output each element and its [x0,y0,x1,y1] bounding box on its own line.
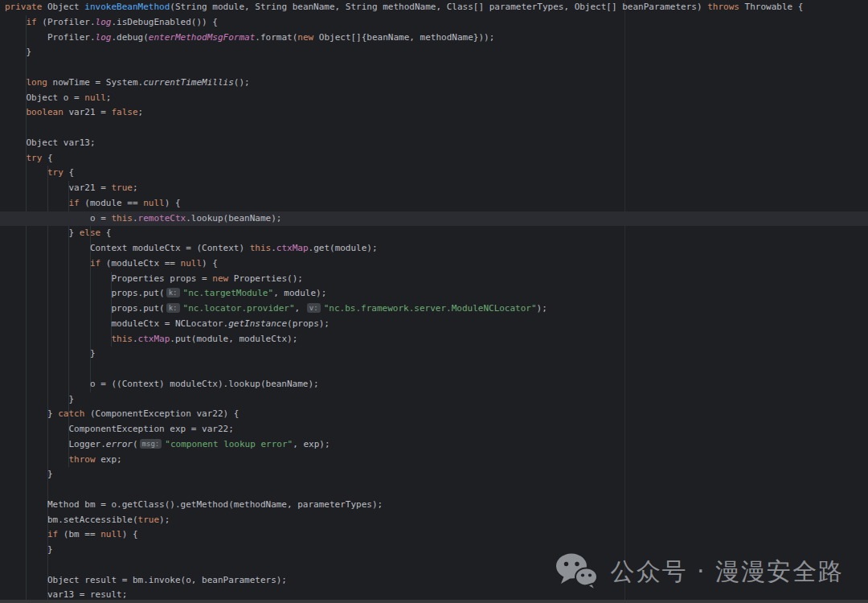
code-token: Throwable { [739,2,803,12]
code-line[interactable]: Profiler.log.debug(enterMethodMsgFormat.… [0,31,868,46]
code-token: Object [42,2,84,12]
code-token: log [96,17,112,27]
code-token: } [5,394,74,404]
code-token: Properties props = [5,273,212,284]
inlay-hint[interactable]: v: [307,303,321,313]
code-token: try [47,167,63,178]
code-token: bm.setAccessible( [5,515,138,525]
code-token: ComponentException exp = var22; [5,424,234,434]
code-line[interactable]: moduleCtx = NCLocator.getInstance(props)… [0,317,868,332]
code-token: try [27,153,43,163]
code-token: { [63,167,74,178]
code-token: ) { [122,529,138,539]
code-line[interactable]: props.put(k:"nc.targetModule", module); [0,286,868,302]
code-line[interactable]: } catch (ComponentException var22) { [0,407,868,422]
code-line[interactable]: } [0,347,868,362]
code-token: new [297,32,313,43]
code-editor[interactable]: private Object invokeBeanMethod(String m… [0,0,868,603]
code-line[interactable]: this.ctxMap.put(module, moduleCtx); [0,332,868,347]
code-token: .debug( [111,32,148,43]
bottom-divider [0,600,868,603]
code-line[interactable]: o = ((Context) moduleCtx).lookup(beanNam… [0,377,868,392]
code-line[interactable]: if (Profiler.log.isDebugEnabled()) { [0,15,868,31]
code-token: private [5,2,42,12]
code-token: props.put( [5,303,165,314]
wechat-icon [555,552,599,591]
inlay-hint[interactable]: k: [166,303,180,313]
code-token: throw [68,454,95,465]
code-line[interactable]: private Object invokeBeanMethod(String m… [0,0,868,15]
code-line[interactable]: var21 = true; [0,181,868,196]
code-token: enterMethodMsgFormat [149,32,255,43]
code-line[interactable]: Logger.error(msg:"component lookup error… [0,437,868,453]
code-token: var21 = [5,183,111,193]
code-token: this [250,243,272,253]
code-line[interactable]: Context moduleCtx = (Context) this.ctxMa… [0,241,868,256]
code-token: o = ((Context) moduleCtx).lookup(beanNam… [5,379,319,389]
code-token: } [5,348,96,359]
code-line[interactable]: } else { [0,226,868,241]
code-token: { [42,153,52,163]
code-token: , exp); [293,439,330,449]
code-line[interactable]: if (moduleCtx == null) { [0,256,868,272]
code-token: (props); [287,318,330,329]
code-token [5,107,27,117]
code-token: "nc.bs.framework.server.ModuleNCLocator" [324,303,537,314]
code-line[interactable]: try { [0,166,868,181]
code-line[interactable]: Object o = null; [0,91,868,106]
code-token [5,198,68,208]
code-line[interactable]: ComponentException exp = var22; [0,422,868,437]
code-token: true [138,515,160,525]
code-token: props.put( [5,288,165,298]
code-token: Object[]{beanName, methodName})); [313,32,494,43]
code-line[interactable] [0,362,868,377]
code-line[interactable]: Properties props = new Properties(); [0,272,868,287]
code-token: invokeBeanMethod [84,2,170,12]
code-token: .get(module); [309,243,378,253]
code-line[interactable]: boolean var21 = false; [0,105,868,121]
code-line[interactable]: } [0,45,868,60]
inlay-hint[interactable]: k: [166,288,180,297]
code-token: error [106,439,133,449]
code-token: ; [138,107,144,117]
code-line[interactable] [0,482,868,498]
code-token: if [27,17,37,27]
code-line[interactable]: try { [0,151,868,166]
code-line[interactable]: } [0,467,868,482]
code-token: Object o = [5,92,84,103]
code-token: true [111,183,133,193]
code-line[interactable]: if (module == null) { [0,196,868,211]
code-token: } [5,469,53,479]
code-line[interactable]: long nowTime = System.currentTimeMillis(… [0,76,868,91]
code-token: null [143,198,165,208]
code-line[interactable]: if (bm == null) { [0,527,868,543]
watermark-text: 公众号 · 漫漫安全路 [610,556,844,589]
code-token: ) { [202,258,218,269]
code-token: (Profiler. [37,17,96,27]
code-token: null [84,92,106,103]
inlay-hint[interactable]: msg: [140,439,162,449]
code-line[interactable]: throw exp; [0,453,868,468]
code-area[interactable]: private Object invokeBeanMethod(String m… [0,0,868,603]
code-line[interactable]: props.put(k:"nc.locator.provider", v:"nc… [0,302,868,317]
code-line[interactable]: Method bm = o.getClass().getMethod(metho… [0,498,868,513]
code-token: ); [537,303,547,314]
code-token: (bm == [58,529,100,539]
code-token: exp; [96,454,122,465]
code-line[interactable]: o = this.remoteCtx.lookup(beanName); [0,211,868,227]
code-token: . [271,243,276,253]
code-token: ; [106,92,112,103]
code-token: } [5,228,80,238]
code-token: } [5,408,58,419]
code-line[interactable]: Object var13; [0,136,868,151]
code-token: "nc.targetModule" [183,288,274,298]
watermark: 公众号 · 漫漫安全路 [555,552,844,592]
code-token: var13 = result; [5,589,127,600]
code-line[interactable]: } [0,392,868,408]
code-line[interactable]: bm.setAccessible(true); [0,513,868,528]
code-line[interactable] [0,60,868,76]
code-line[interactable] [0,121,868,136]
code-token: this [111,334,133,344]
code-token: .format( [255,32,297,43]
code-token: throws [707,2,739,12]
